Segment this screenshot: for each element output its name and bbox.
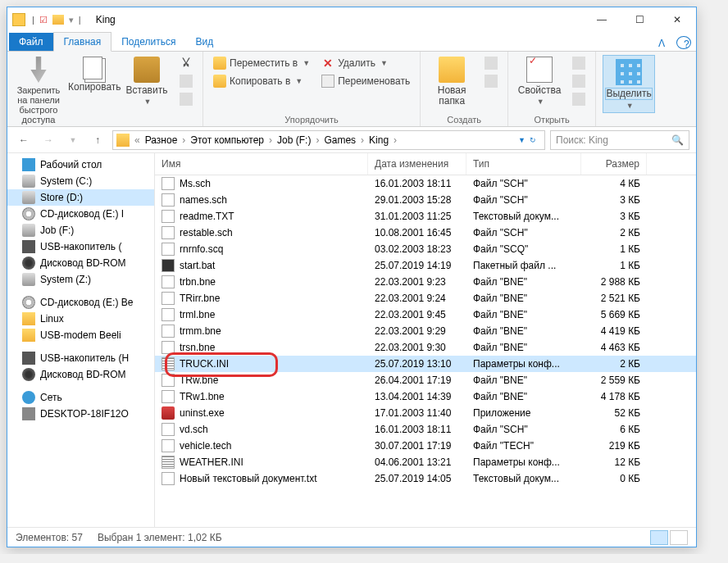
search-input[interactable]: Поиск: King 🔍 [550,130,689,150]
tree-item[interactable]: USB-накопитель (H [7,350,154,366]
copypath-button[interactable] [176,73,196,89]
file-row[interactable]: TRirr.bne22.03.2001 9:24Файл "BNE"2 521 … [155,290,696,306]
file-type: Параметры конф... [466,456,581,469]
qat-check-icon[interactable]: ☑ [39,15,48,25]
tree-item[interactable]: CD-дисковод (E:) I [7,206,154,222]
view-details-button[interactable] [650,530,668,545]
file-name: readme.TXT [180,211,234,222]
tab-file[interactable]: Файл [9,33,53,51]
refresh-button[interactable]: ▼ ↻ [513,136,541,144]
tree-item[interactable]: DESKTOP-18IF12O [7,406,154,422]
file-name: trsn.bne [180,342,215,353]
col-size[interactable]: Размер [581,153,647,175]
newitem-button[interactable] [481,55,501,71]
properties-button[interactable]: ✓Свойства▼ [515,55,564,107]
chevron-right-icon[interactable]: › [267,134,274,146]
nav-forward-button[interactable]: → [39,130,58,150]
file-row[interactable]: vehicle.tech30.07.2001 17:19Файл "TECH"2… [155,438,696,454]
crumb[interactable]: Games [321,134,359,146]
open-button[interactable] [569,55,589,71]
file-row[interactable]: trmm.bne22.03.2001 9:29Файл "BNE"4 419 К… [155,323,696,339]
qat-dropdown-icon[interactable]: ▾ [69,15,74,25]
tree-item[interactable]: USB-modem Beeli [7,327,154,343]
file-row[interactable]: TRUCK.INI25.07.2019 13:10Параметры конф.… [155,356,696,372]
file-row[interactable]: TRw1.bne13.04.2001 14:39Файл "BNE"4 178 … [155,388,696,405]
view-icons-button[interactable] [670,530,688,545]
tab-main[interactable]: Главная [53,32,112,52]
crumb[interactable]: Этот компьютер [187,134,267,146]
crumb[interactable]: King [366,134,392,146]
nav-tree[interactable]: Рабочий столSystem (C:)Store (D:)CD-диск… [7,153,155,527]
ribbon-tabs: Файл Главная Поделиться Вид ᐱ ? [7,32,696,52]
file-row[interactable]: Новый текстовый документ.txt25.07.2019 1… [155,470,696,487]
tree-item[interactable]: Store (D:) [7,189,154,206]
nav-up-button[interactable]: ↑ [88,130,107,150]
chevron-right-icon[interactable]: › [392,134,398,146]
file-row[interactable]: uninst.exe17.01.2003 11:40Приложение52 К… [155,405,696,421]
explorer-window: | ☑ ▾ | King — ☐ ✕ Файл Главная Поделить… [7,7,697,547]
col-name[interactable]: Имя [155,153,368,175]
chevron-right-icon[interactable]: « [133,134,142,146]
file-row[interactable]: WEATHER.INI04.06.2001 13:21Параметры кон… [155,454,696,470]
select-button[interactable]: Выделить▼ [603,55,655,113]
ribbon: Закрепить на панели быстрого доступа Коп… [7,52,696,127]
file-row[interactable]: trml.bne22.03.2001 9:45Файл "BNE"5 669 К… [155,306,696,323]
easyaccess-button[interactable] [481,73,501,89]
file-row[interactable]: vd.sch16.01.2003 18:11Файл "SCH"6 КБ [155,421,696,438]
file-row[interactable]: readme.TXT31.01.2003 11:25Текстовый доку… [155,208,696,225]
cut-button[interactable] [176,55,196,71]
tree-item[interactable]: Job (F:) [7,222,154,238]
chevron-right-icon[interactable]: › [359,134,366,146]
delete-button[interactable]: ✕Удалить▼ [318,55,413,71]
file-row[interactable]: names.sch29.01.2003 15:28Файл "SCH"3 КБ [155,192,696,208]
history-button[interactable] [569,91,589,107]
copyto-button[interactable]: Копировать в▼ [210,73,313,89]
tree-item[interactable]: Linux [7,311,154,327]
tree-item[interactable]: Сеть [7,389,154,406]
file-row[interactable]: start.bat25.07.2019 14:19Пакетный файл .… [155,257,696,274]
file-row[interactable]: rnrnfo.scq03.02.2003 18:23Файл "SCQ"1 КБ [155,241,696,257]
file-name: names.sch [180,194,227,206]
file-date: 30.07.2001 17:19 [368,439,466,452]
tree-item[interactable]: Рабочий стол [7,157,154,173]
file-row[interactable]: TRw.bne26.04.2001 17:19Файл "BNE"2 559 К… [155,372,696,388]
rename-button[interactable]: Переименовать [318,73,413,89]
file-name: TRw1.bne [180,391,225,402]
tab-share[interactable]: Поделиться [111,33,185,51]
file-row[interactable]: Ms.sch16.01.2003 18:11Файл "SCH"4 КБ [155,175,696,192]
nav-recent-button[interactable]: ▼ [63,130,83,150]
paste-button[interactable]: Вставить▼ [122,55,171,107]
newfolder-button[interactable]: Новая папка [427,55,476,107]
qat-folder-icon[interactable] [52,15,64,25]
moveto-button[interactable]: Переместить в▼ [210,55,313,71]
file-list[interactable]: Ms.sch16.01.2003 18:11Файл "SCH"4 КБname… [155,175,696,527]
col-date[interactable]: Дата изменения [368,153,466,175]
tree-item[interactable]: USB-накопитель ( [7,238,154,255]
maximize-button[interactable]: ☐ [621,7,658,32]
pin-button[interactable]: Закрепить на панели быстрого доступа [14,55,63,125]
tree-item[interactable]: Дисковод BD-ROM [7,255,154,271]
edit-button[interactable] [569,73,589,89]
column-headers[interactable]: Имя Дата изменения Тип Размер [155,153,696,175]
file-row[interactable]: trbn.bne22.03.2001 9:23Файл "BNE"2 988 К… [155,274,696,290]
file-row[interactable]: restable.sch10.08.2001 16:45Файл "SCH"2 … [155,225,696,241]
crumb[interactable]: Job (F:) [274,134,314,146]
file-row[interactable]: trsn.bne22.03.2001 9:30Файл "BNE"4 463 К… [155,339,696,356]
paste-shortcut-button[interactable] [176,91,196,107]
breadcrumb[interactable]: « Разное›Этот компьютер›Job (F:)›Games›K… [112,130,545,150]
tree-item[interactable]: System (Z:) [7,271,154,288]
tree-item[interactable]: Дисковод BD-ROM [7,366,154,383]
crumb[interactable]: Разное [142,134,181,146]
help-icon[interactable]: ? [676,36,691,49]
close-button[interactable]: ✕ [658,7,696,32]
minimize-button[interactable]: — [583,7,621,32]
col-type[interactable]: Тип [466,153,581,175]
nav-back-button[interactable]: ← [14,130,34,150]
tab-view[interactable]: Вид [185,33,223,51]
ribbon-collapse-icon[interactable]: ᐱ [652,36,671,51]
tree-item[interactable]: CD-дисковод (E:) Ве [7,294,154,311]
copy-button[interactable]: Копировать [68,55,117,93]
tree-item[interactable]: System (C:) [7,173,154,189]
tree-item-label: System (C:) [40,175,92,187]
titlebar[interactable]: | ☑ ▾ | King — ☐ ✕ [7,7,696,32]
